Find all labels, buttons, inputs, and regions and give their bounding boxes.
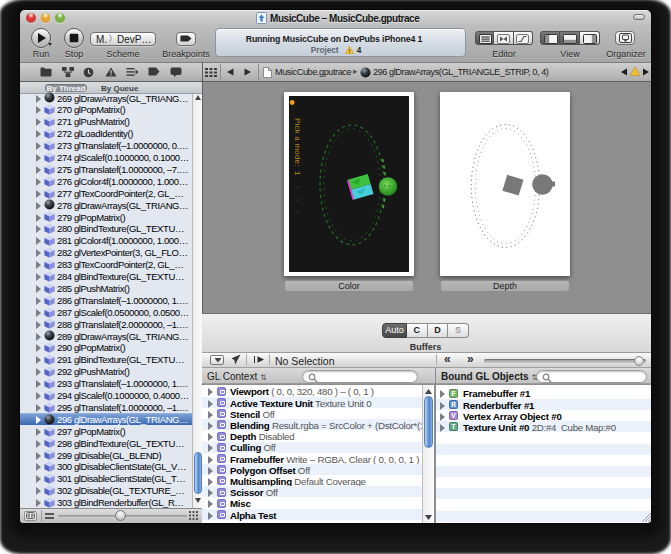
- svg-text:!: !: [349, 48, 351, 54]
